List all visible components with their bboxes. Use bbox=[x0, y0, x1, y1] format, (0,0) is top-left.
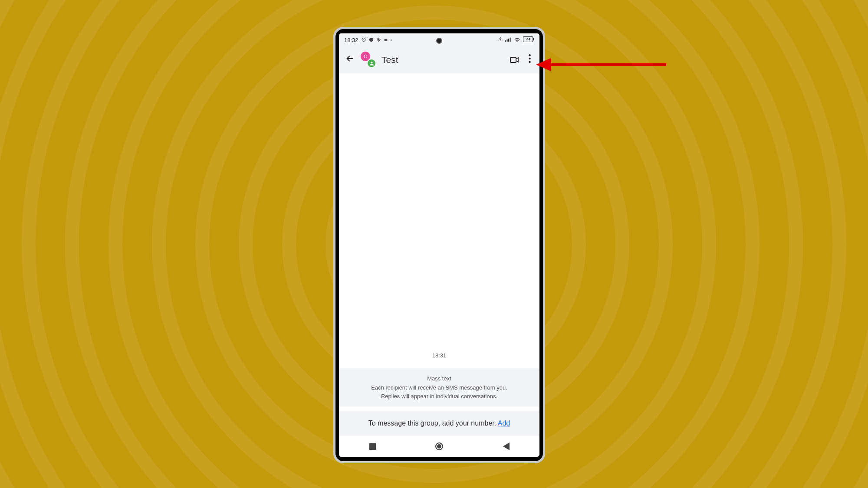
more-notifications-dot: • bbox=[391, 38, 392, 43]
nav-recents-button[interactable] bbox=[368, 442, 377, 451]
avatar-2 bbox=[367, 59, 376, 68]
back-button[interactable] bbox=[345, 54, 355, 66]
svg-rect-5 bbox=[508, 38, 509, 41]
status-time: 18:32 bbox=[344, 37, 358, 43]
conversation-area: 18:31 Mass text Each recipient will rece… bbox=[339, 73, 539, 436]
svg-rect-4 bbox=[507, 39, 508, 42]
more-options-button[interactable] bbox=[526, 54, 533, 66]
camera-hole bbox=[436, 38, 442, 44]
nav-home-button[interactable] bbox=[434, 442, 444, 451]
app-dot-icon bbox=[369, 37, 374, 43]
message-timestamp: 18:31 bbox=[339, 346, 539, 368]
svg-rect-9 bbox=[510, 57, 516, 62]
app-header: C Test bbox=[339, 46, 539, 73]
mass-text-line1: Each recipient will receive an SMS messa… bbox=[349, 383, 529, 392]
phone-screen: 18:32 • bbox=[339, 33, 539, 457]
app-rect-icon bbox=[384, 37, 388, 43]
battery-icon: 64 bbox=[523, 36, 534, 43]
mass-text-info: Mass text Each recipient will receive an… bbox=[339, 368, 539, 407]
add-number-text: To message this group, add your number. bbox=[368, 419, 498, 427]
nav-back-button[interactable] bbox=[501, 442, 511, 451]
wifi-icon bbox=[514, 37, 520, 43]
snowflake-icon bbox=[376, 37, 381, 43]
svg-rect-6 bbox=[510, 37, 511, 41]
svg-rect-2 bbox=[384, 39, 387, 41]
mass-text-title: Mass text bbox=[349, 374, 529, 383]
add-number-link[interactable]: Add bbox=[498, 419, 510, 427]
svg-point-10 bbox=[529, 54, 530, 56]
video-call-button[interactable] bbox=[509, 54, 520, 66]
phone-mockup: 18:32 • bbox=[333, 27, 545, 463]
group-avatar[interactable]: C bbox=[361, 52, 375, 67]
svg-point-12 bbox=[529, 61, 530, 63]
svg-point-1 bbox=[369, 37, 373, 41]
svg-point-11 bbox=[529, 58, 530, 59]
mass-text-line2: Replies will appear in individual conver… bbox=[349, 392, 529, 401]
alarm-icon bbox=[361, 37, 366, 43]
android-nav-bar bbox=[339, 436, 539, 457]
conversation-title[interactable]: Test bbox=[381, 55, 503, 65]
bluetooth-icon bbox=[498, 36, 503, 43]
add-number-prompt: To message this group, add your number. … bbox=[339, 411, 539, 436]
signal-icon bbox=[505, 37, 511, 43]
svg-rect-3 bbox=[505, 40, 506, 42]
